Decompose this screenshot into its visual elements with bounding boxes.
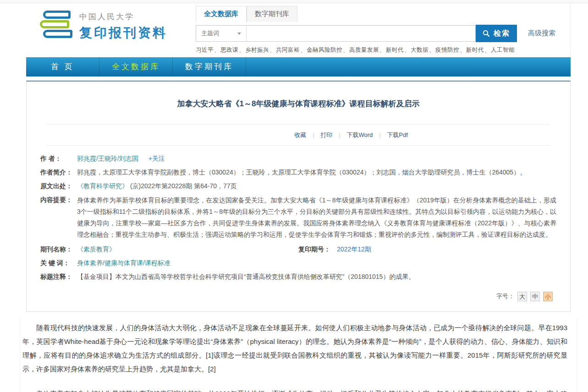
font-size-medium-button[interactable]: 中 [530, 292, 540, 301]
tab-fulltext-database[interactable]: 全文数据库 [196, 6, 247, 22]
article-detail-box: 加拿大安大略省《1～8年级健康与体育课程标准》课程目标解析及启示 收藏|打印|下… [26, 81, 571, 312]
separator: 、 [300, 47, 306, 53]
reprint-issue-value: 2022年12期 [337, 244, 371, 254]
font-size-large-button[interactable]: 大 [517, 292, 527, 301]
article-body: 随着现代科技的快速发展，人们的身体活动大大弱化，身体活动不足现象在全球蔓延开来。… [20, 318, 577, 392]
meta-row-title-note: 标题注释： 【基金项目】本文为山西省高等学校哲学社会科学研究项目“普通高校竞技体… [40, 272, 556, 282]
title-note-label: 标题注释： [40, 272, 77, 282]
search-field-selector[interactable]: 主题词 [196, 26, 247, 41]
source-issue-pages: (京)2022年第20228期 第64-70，77页 [130, 182, 237, 190]
advanced-search-link[interactable]: 高级搜索 [528, 29, 555, 38]
article-action-link[interactable]: 下载Pdf [387, 131, 408, 139]
source-label: 原文出处： [40, 181, 77, 191]
separator: 、 [269, 47, 275, 53]
meta-row-source: 原文出处： 《教育科学研究》 (京)2022年第20228期 第64-70，77… [40, 181, 556, 191]
separator: 、 [404, 47, 410, 53]
hot-keyword-link[interactable]: 新时代 [466, 47, 484, 53]
hot-keyword-link[interactable]: 人工智能 [491, 47, 515, 53]
hot-keyword-link[interactable]: 习近平 [196, 47, 214, 53]
separator: | [379, 132, 380, 138]
article-action-link[interactable]: 收藏 [294, 131, 306, 139]
author-bio-text: 郭兆霞，太原理工大学体育学院副教授，博士（030024）；王晓玲，太原理工大学体… [77, 167, 556, 177]
site-header: 中国人民大学 复印报刊资料 全文数据库 数字期刊库 主题词 [26, 3, 571, 57]
search-field-selected-label: 主题词 [201, 29, 219, 38]
follow-link[interactable]: +关注 [148, 155, 165, 162]
tab-digital-journal[interactable]: 数字期刊库 [247, 6, 297, 22]
article-meta: 作 者： 郭兆霞/王晓玲/刘志国 +关注 作者简介： 郭兆霞，太原理工大学体育学… [40, 146, 556, 282]
meta-row-abstract: 内容提要： 身体素养作为革新学校体育目标的重要理念，在发达国家备受关注。加拿大安… [40, 195, 556, 240]
hot-keyword-link[interactable]: 疫情防控 [435, 47, 459, 53]
font-size-small-button[interactable]: 小 [543, 292, 553, 301]
article-paragraph: 身体素养在加拿大被认为是精英体育和健康国家的基础，从2008年开始推行，逐渐成为… [22, 387, 567, 392]
separator: | [339, 132, 340, 138]
title-note-text: 【基金项目】本文为山西省高等学校哲学社会科学研究项目“普通高校竞技体育供给侧改革… [77, 272, 556, 282]
separator: 、 [214, 47, 220, 53]
main-nav: 首 页 全文数据库 数字期刊库 [26, 57, 571, 76]
abstract-label: 内容提要： [40, 195, 77, 240]
nav-digital-journal[interactable]: 数字期刊库 [173, 57, 246, 76]
author-bio-label: 作者简介： [40, 167, 77, 177]
separator: 、 [379, 47, 385, 53]
stacked-books-icon [39, 8, 73, 45]
article-action-link[interactable]: 打印 [320, 131, 332, 139]
keyword-links[interactable]: 身体素养/健康与体育课/课程标准 [77, 259, 170, 267]
separator: 、 [429, 47, 435, 53]
authors-label: 作 者： [40, 153, 77, 163]
hot-keywords: 习近平、思政课、乡村振兴、共同富裕、金融风险防控、高质量发展、新时代、大数据、疫… [196, 46, 571, 54]
logo-org-name: 中国人民大学 [79, 11, 167, 22]
meta-row-keywords: 关 键 词： 身体素养/健康与体育课/课程标准 [40, 258, 556, 268]
book-icon-bottom [43, 30, 72, 38]
nav-fulltext-database[interactable]: 全文数据库 [99, 57, 173, 76]
article-paragraph: 随着现代科技的快速发展，人们的身体活动大大弱化，身体活动不足现象在全球蔓延开来。… [22, 321, 567, 376]
meta-row-journal: 期刊名称： 《素质教育》 复印期号： 2022年12期 [40, 244, 556, 254]
separator: 、 [239, 47, 245, 53]
hot-keyword-link[interactable]: 乡村振兴 [245, 47, 269, 53]
search-row: 主题词 检索 高级搜索 [196, 25, 571, 42]
article-action-links: 收藏|打印|下载Word|下载Pdf [40, 125, 556, 145]
hot-keyword-link[interactable]: 新时代 [386, 47, 404, 53]
meta-row-authors: 作 者： 郭兆霞/王晓玲/刘志国 +关注 [40, 153, 556, 163]
author-links[interactable]: 郭兆霞/王晓玲/刘志国 [77, 155, 138, 162]
book-icon-middle [40, 20, 69, 28]
reprint-issue-label: 复印期号： [298, 244, 330, 254]
page-top-strip [0, 0, 588, 3]
article-title: 加拿大安大略省《1～8年级健康与体育课程标准》课程目标解析及启示 [40, 87, 556, 119]
header-search-area: 全文数据库 数字期刊库 主题词 检索 [196, 7, 571, 54]
search-button[interactable]: 检索 [476, 25, 517, 42]
separator: 、 [343, 47, 349, 53]
journal-name-label: 期刊名称： [40, 244, 77, 254]
site-logo[interactable]: 中国人民大学 复印报刊资料 [39, 8, 167, 45]
abstract-text: 身体素养作为革新学校体育目标的重要理念，在发达国家备受关注。加拿大安大略省《1～… [77, 195, 556, 240]
font-size-control: 字号： 大 中 小 [40, 292, 556, 301]
font-size-label: 字号： [496, 292, 514, 300]
search-icon [483, 30, 490, 37]
search-tabs: 全文数据库 数字期刊库 [196, 7, 571, 22]
source-journal-link[interactable]: 《教育科学研究》 [77, 182, 128, 190]
journal-name-link[interactable]: 《素质教育》 [77, 245, 115, 253]
logo-text: 中国人民大学 复印报刊资料 [79, 11, 167, 42]
hot-keyword-link[interactable]: 共同富裕 [276, 47, 300, 53]
separator: 、 [484, 47, 490, 53]
separator: | [313, 132, 314, 138]
article-action-link[interactable]: 下载Word [346, 131, 373, 139]
keywords-label: 关 键 词： [40, 258, 77, 268]
hot-keyword-link[interactable]: 大数据 [411, 47, 429, 53]
hot-keyword-link[interactable]: 思政课 [220, 47, 238, 53]
book-icon-top [43, 11, 71, 19]
logo-product-name: 复印报刊资料 [79, 24, 167, 42]
search-input[interactable] [247, 26, 475, 41]
hot-keyword-link[interactable]: 金融风险防控 [307, 47, 342, 53]
meta-row-author-bio: 作者简介： 郭兆霞，太原理工大学体育学院副教授，博士（030024）；王晓玲，太… [40, 167, 556, 177]
separator: 、 [460, 47, 466, 53]
nav-home[interactable]: 首 页 [26, 57, 99, 76]
hot-keyword-link[interactable]: 高质量发展 [349, 47, 379, 53]
chevron-down-icon [237, 33, 241, 35]
search-button-label: 检索 [494, 29, 510, 38]
search-box: 主题词 [196, 25, 476, 42]
